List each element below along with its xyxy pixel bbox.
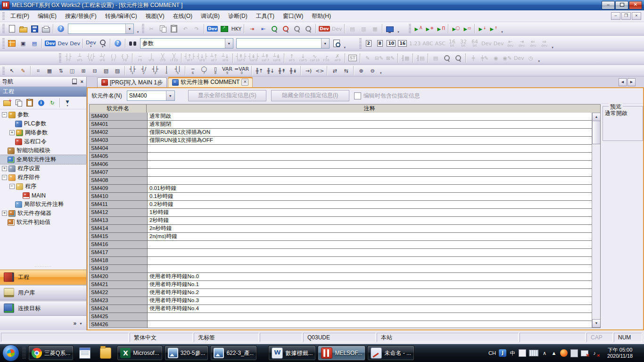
pulse-monitor-icon[interactable] (436, 24, 446, 34)
line-6-icon[interactable]: ─6 (188, 66, 198, 76)
dropdown-arrow-icon[interactable]: ▾ (90, 45, 91, 47)
output-window-icon[interactable]: ▤ (29, 38, 40, 49)
comment-cell[interactable] (148, 257, 592, 264)
toolbar-overflow-chevron[interactable]: ▾ (396, 30, 401, 35)
module-configuration-icon[interactable]: ▣ (18, 38, 28, 49)
write-to-plc-icon[interactable]: ⇥ (247, 24, 257, 34)
previous-device-icon[interactable]: ⇤dev (505, 38, 515, 49)
zoom-search-icon[interactable]: ▾ (98, 38, 108, 49)
delete-row-icon[interactable]: ┨▤ (415, 53, 426, 63)
watch-unregister-icon[interactable]: Dev (331, 24, 343, 34)
tree-item-MAIN[interactable]: MAIN (0, 191, 86, 200)
zoom-in-icon[interactable]: ⊕ (356, 66, 366, 76)
monitor-start-icon[interactable] (269, 24, 280, 34)
sampling-trace-icon[interactable]: ▤ (347, 24, 357, 34)
statement-edit-icon[interactable]: ⊟✎ (374, 53, 384, 63)
display-hex-icon[interactable]: 16 (397, 38, 408, 49)
device-name-cell[interactable]: SM420 (90, 273, 148, 280)
comment-cell[interactable] (148, 249, 592, 256)
statement-list-icon[interactable]: ▤ (430, 53, 441, 63)
more-views-button[interactable]: » (73, 320, 76, 327)
tab-main-program[interactable]: [PRG]写入 MAIN 1步 (97, 77, 167, 87)
read-mode-icon[interactable]: ◉ (491, 53, 501, 63)
menu-item-10[interactable]: 帮助(H) (307, 11, 335, 21)
volume-muted-icon[interactable]: ♪ (591, 349, 598, 357)
trace-setting-icon[interactable]: ▦ (370, 24, 380, 34)
menu-item-5[interactable]: 在线(O) (169, 11, 197, 21)
device-name-cell[interactable]: SM402 (90, 129, 148, 136)
include-bit-info-checkbox[interactable] (354, 92, 361, 99)
comment-cell[interactable]: 1秒時鐘 (148, 209, 592, 216)
clipboard-tray-icon[interactable] (570, 349, 578, 357)
ime-fullwidth-icon[interactable] (519, 349, 526, 357)
pulse-conversion-icon[interactable]: ↓caF5 (298, 53, 308, 63)
monitor-stop-condition-icon[interactable] (424, 24, 435, 34)
new-project-icon[interactable] (7, 24, 17, 34)
mdi-close-button[interactable]: × (632, 12, 641, 20)
var-0-icon[interactable]: =VAR0 (234, 66, 249, 76)
menu-item-3[interactable]: 转换/编译(C) (101, 11, 141, 21)
next-device-icon[interactable]: ⇥dev (516, 38, 527, 49)
insert-line-up-icon[interactable]: ╫↑ (254, 66, 264, 76)
device-name-cell[interactable]: SM403 (90, 137, 148, 144)
device-name-cell[interactable]: SM406 (90, 161, 148, 168)
display-16bit-icon[interactable]: 16bit (447, 38, 457, 49)
edit-ladder-icon[interactable]: ✎ (363, 53, 373, 63)
menu-item-0[interactable]: 工程(P) (6, 11, 33, 21)
display-64bit-icon[interactable]: 64bit (470, 38, 480, 49)
firefox-tray-icon[interactable] (560, 349, 568, 357)
open-branch-icon[interactable]: ┴sF5 (74, 53, 85, 63)
taskbar-clock[interactable]: 下午 05:00 2020/11/18 (600, 347, 643, 359)
monitor-condition-icon[interactable] (413, 24, 423, 34)
display-octal-icon[interactable]: 8 (375, 38, 385, 49)
nav-view-button-project[interactable]: 工程 (0, 270, 86, 285)
undo-icon[interactable]: ↶ (180, 24, 190, 34)
note-edit-icon[interactable]: ⊠✎ (385, 53, 396, 63)
realtime-trace-icon[interactable]: ▥ (358, 24, 369, 34)
toolbar-overflow-chevron[interactable]: ▾ (342, 46, 347, 51)
melsoft-taskbar-button[interactable]: MELSOF... (318, 346, 365, 361)
menu-item-2[interactable]: 搜索/替换(F) (61, 11, 101, 21)
excel-taskbar-button[interactable]: Microsof... (117, 346, 162, 361)
contact-5-icon[interactable]: ┤│5 (173, 66, 183, 76)
device-name-cell[interactable]: SM416 (90, 241, 148, 248)
network-disconnected-icon[interactable] (581, 350, 588, 356)
display-real-icon[interactable]: 1.23 (409, 38, 421, 49)
device-name-cell[interactable]: SM424 (90, 305, 148, 313)
tree-item-软元件初始值[interactable]: 软元件初始值 (0, 218, 86, 227)
device-display-menu-icon[interactable]: Dev▾ (85, 38, 97, 49)
pointer-branch-icon[interactable]: <> (314, 66, 325, 76)
table-view-icon[interactable]: ▦ (44, 66, 55, 76)
combo-dropdown-icon[interactable]: ▼ (166, 91, 174, 100)
device-name-cell[interactable]: SM414 (90, 225, 148, 232)
help2-icon[interactable] (113, 38, 123, 49)
trend-up-monitor-icon[interactable] (488, 24, 499, 34)
comment-cell[interactable]: 0.1秒時鐘 (148, 193, 592, 200)
comment-cell[interactable] (148, 321, 592, 328)
delete-vline-icon[interactable]: ╳cF10 (169, 53, 179, 63)
open-project-icon[interactable] (18, 24, 28, 34)
menu-item-7[interactable]: 诊断(D) (224, 11, 252, 21)
restore-button[interactable] (615, 1, 628, 9)
tree-item-参数[interactable]: −参数 (0, 110, 86, 119)
paint-taskbar-button[interactable]: 未命名 - ... (367, 346, 414, 361)
device-name-cell[interactable]: SM408 (90, 177, 148, 184)
device-name-cell[interactable]: SM421 (90, 281, 148, 288)
pulse-contact-icon[interactable]: ┤↑├sF7 (184, 53, 195, 63)
comment-cell[interactable] (148, 153, 592, 160)
open-contact-icon[interactable]: ┤├F5 (63, 53, 74, 63)
show-hidden-icons-arrow[interactable]: ▲ (551, 349, 557, 357)
jump-prev-icon[interactable] (442, 53, 452, 63)
paste-icon[interactable] (169, 24, 179, 34)
horizontal-line-icon[interactable]: ─F9 (135, 53, 145, 63)
pair-view-icon[interactable]: ◫ (67, 66, 77, 76)
collapse-icon[interactable]: − (2, 175, 7, 180)
insert-pulse-up-icon[interactable]: ╫↟ (277, 66, 287, 76)
pulse-ne-close-icon[interactable]: ┤↡├saF6 (248, 53, 259, 63)
find-binoculars-icon[interactable] (128, 38, 138, 49)
menu-item-1[interactable]: 编辑(E) (33, 11, 61, 21)
ime-mode-indicator[interactable]: 中 (509, 349, 516, 357)
comment-cell[interactable]: 僅限RUN後1次掃描為OFF (148, 137, 592, 144)
tree-item-全局软元件注释[interactable]: 全局软元件注释 (0, 155, 86, 164)
contact-3-icon[interactable]: ┤├3 (150, 66, 160, 76)
